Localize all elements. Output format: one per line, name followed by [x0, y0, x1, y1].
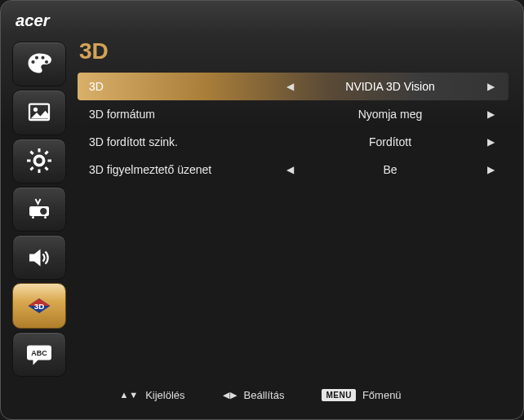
sidebar-item-settings[interactable]: [12, 139, 66, 183]
row-label: 3D figyelmeztető üzenet: [89, 163, 277, 176]
row-value: Fordított: [303, 135, 477, 148]
sidebar-item-color[interactable]: [12, 42, 66, 86]
row-3d-format[interactable]: 3D formátum Nyomja meg ▶: [78, 100, 508, 128]
gear-icon: [24, 146, 54, 175]
row-label: 3D fordított szink.: [89, 135, 277, 148]
row-3d-sync-invert[interactable]: 3D fordított szink. Fordított ▶: [78, 128, 508, 156]
svg-rect-13: [29, 166, 33, 170]
svg-point-1: [31, 60, 34, 64]
menu-badge: MENU: [322, 389, 355, 401]
3d-icon: 3D: [24, 291, 54, 321]
footer-hints: ▲▼ Kijelölés ◀▶ Beállítás MENU Főmenü: [12, 382, 508, 408]
row-3d-warning[interactable]: 3D figyelmeztető üzenet ◀ Be ▶: [78, 156, 508, 183]
svg-point-16: [40, 208, 47, 214]
chevron-right-icon[interactable]: ▶: [484, 136, 497, 148]
svg-rect-10: [48, 160, 52, 162]
chevron-right-icon[interactable]: ▶: [484, 81, 497, 92]
svg-text:3D: 3D: [34, 302, 44, 311]
svg-rect-11: [29, 151, 33, 155]
hint-menu-label: Főmenü: [362, 389, 402, 401]
sidebar-item-3d[interactable]: 3D: [12, 283, 66, 328]
svg-rect-12: [44, 166, 48, 170]
sidebar: 3D ABC: [12, 42, 66, 377]
svg-point-6: [33, 108, 38, 112]
hint-select-label: Kijelölés: [145, 389, 184, 401]
svg-point-17: [32, 216, 34, 219]
svg-point-2: [35, 55, 38, 59]
osd-root: acer: [0, 0, 524, 420]
row-3d[interactable]: 3D ◀ NVIDIA 3D Vision ▶: [78, 73, 508, 100]
chevron-right-icon[interactable]: ▶: [484, 164, 497, 175]
projector-icon: [24, 194, 54, 223]
row-value: Be: [303, 163, 477, 176]
page-title: 3D: [79, 38, 508, 64]
palette-icon: [24, 50, 54, 79]
svg-rect-7: [38, 148, 41, 153]
settings-list: 3D ◀ NVIDIA 3D Vision ▶ 3D formátum Nyom…: [78, 73, 508, 183]
language-icon: ABC: [24, 339, 54, 369]
svg-text:acer: acer: [16, 12, 51, 29]
svg-point-3: [41, 55, 44, 59]
image-icon: [24, 98, 54, 127]
chevron-left-icon[interactable]: ◀: [283, 164, 296, 175]
chevron-left-icon[interactable]: ◀: [283, 81, 296, 92]
row-value: NVIDIA 3D Vision: [303, 80, 477, 93]
sidebar-item-image[interactable]: [12, 90, 66, 135]
chevron-right-icon[interactable]: ▶: [484, 108, 497, 120]
hint-adjust: ◀▶ Beállítás: [223, 389, 285, 401]
sidebar-item-audio[interactable]: [12, 235, 66, 280]
svg-rect-9: [27, 160, 31, 162]
svg-point-4: [45, 60, 48, 64]
leftright-icon: ◀▶: [223, 390, 238, 400]
speaker-icon: [24, 243, 54, 272]
updown-icon: ▲▼: [119, 390, 139, 400]
row-value: Nyomja meg: [303, 108, 477, 121]
svg-point-18: [44, 216, 47, 219]
hint-select: ▲▼ Kijelölés: [119, 389, 184, 401]
main-panel: 3D 3D ◀ NVIDIA 3D Vision ▶ 3D formátum N…: [78, 42, 508, 377]
sidebar-item-language[interactable]: ABC: [12, 332, 66, 377]
row-label: 3D formátum: [89, 108, 277, 121]
svg-rect-8: [38, 170, 41, 174]
svg-rect-14: [44, 151, 48, 155]
sidebar-item-management[interactable]: [12, 187, 66, 232]
hint-menu: MENU Főmenü: [322, 389, 401, 401]
hint-adjust-label: Beállítás: [244, 389, 285, 401]
brand-logo: acer: [16, 12, 508, 35]
row-label: 3D: [89, 80, 277, 93]
svg-text:ABC: ABC: [31, 350, 47, 358]
